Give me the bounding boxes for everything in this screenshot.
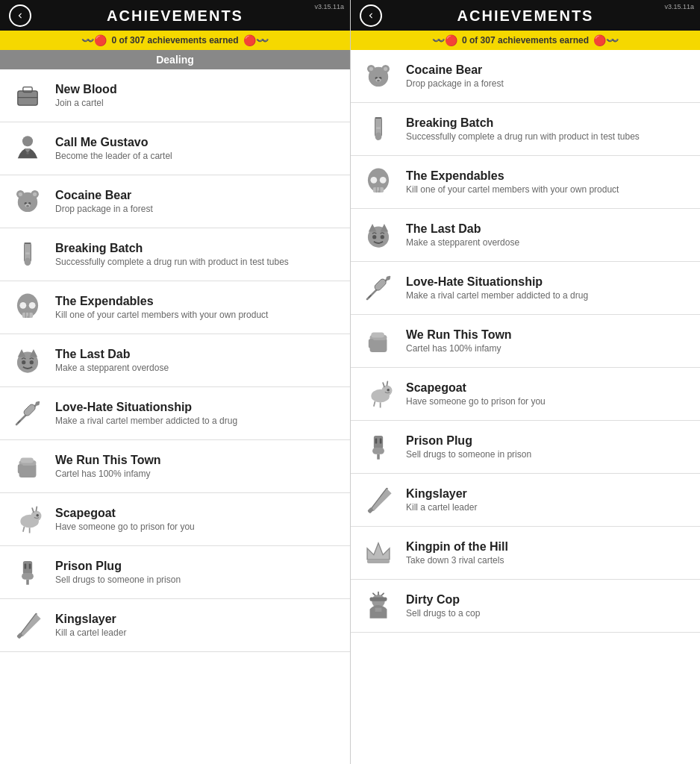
achievement-item-cocaine-bear-r[interactable]: Cocaine Bear Drop package in a forest [351, 50, 700, 103]
achievement-icon-kingslayer [9, 607, 46, 644]
achievement-info-kingslayer-r: Kingslayer Kill a cartel leader [406, 487, 691, 513]
svg-rect-96 [367, 560, 390, 563]
achievement-icon-cocaine-bear [9, 183, 46, 220]
achievement-icon-kingslayer-r [360, 481, 397, 519]
achievement-name-kingslayer-r: Kingslayer [406, 487, 691, 501]
left-banner-left-icon: 〰️🔴 [81, 34, 107, 46]
svg-point-15 [25, 257, 31, 266]
achievement-name-the-expendables-r: The Expendables [406, 169, 691, 183]
achievement-info-dirty-cop: Dirty Cop Sell drugs to a cop [406, 593, 691, 619]
achievement-icon-kingpin-of-the-hill [360, 534, 397, 572]
left-header: v3.15.11a ACHIEVEMENTS [0, 0, 350, 31]
svg-point-40 [36, 514, 39, 517]
left-version: v3.15.11a [314, 3, 344, 10]
achievement-info-breaking-batch-r: Breaking Batch Successfully complete a d… [406, 116, 691, 142]
svg-rect-98 [370, 598, 387, 601]
achievement-name-the-last-dab: The Last Dab [55, 348, 341, 361]
svg-rect-37 [18, 464, 23, 473]
achievement-icon-scapegoat-r [360, 375, 397, 413]
achievement-desc-scapegoat: Have someone go to prison for you [55, 522, 341, 532]
achievement-name-scapegoat-r: Scapegoat [406, 381, 691, 395]
achievement-desc-prison-plug: Sell drugs to someone in prison [55, 574, 341, 585]
achievement-info-the-expendables-r: The Expendables Kill one of your cartel … [406, 169, 691, 195]
right-back-button[interactable] [360, 4, 382, 27]
achievement-name-cocaine-bear-r: Cocaine Bear [406, 63, 691, 77]
achievement-info-the-last-dab: The Last Dab Make a stepparent overdose [55, 348, 341, 373]
achievement-icon-prison-plug [9, 554, 46, 591]
left-title: ACHIEVEMENTS [0, 7, 350, 25]
right-panel: v3.15.11a ACHIEVEMENTS 〰️🔴 0 of 307 achi… [350, 0, 700, 764]
svg-line-32 [18, 421, 21, 424]
svg-point-20 [29, 302, 36, 309]
achievement-item-love-hate-r[interactable]: Love-Hate Situationship Make a rival car… [351, 262, 700, 315]
achievement-info-the-last-dab-r: The Last Dab Make a stepparent overdose [406, 222, 691, 248]
achievement-item-scapegoat-r[interactable]: Scapegoat Have someone go to prison for … [351, 368, 700, 421]
right-achievement-list: Cocaine Bear Drop package in a forest Br… [351, 50, 700, 764]
left-category-label: Dealing [0, 50, 350, 69]
achievement-item-dirty-cop[interactable]: Dirty Cop Sell drugs to a cop [351, 580, 700, 633]
svg-point-58 [377, 80, 380, 82]
achievement-item-we-run-this-town-r[interactable]: We Run This Town Cartel has 100% infamy [351, 315, 700, 368]
achievement-item-breaking-batch-r[interactable]: Breaking Batch Successfully complete a d… [351, 103, 700, 156]
achievement-icon-prison-plug-r [360, 428, 397, 466]
achievement-desc-the-expendables-r: Kill one of your cartel members with you… [406, 184, 691, 195]
svg-rect-82 [369, 339, 374, 348]
svg-line-77 [369, 295, 372, 298]
achievement-item-call-me-gustavo[interactable]: Call Me Gustavo Become the leader of a c… [0, 122, 350, 175]
achievement-icon-love-hate [9, 395, 46, 432]
achievement-item-we-run-this-town[interactable]: We Run This Town Cartel has 100% infamy [0, 440, 350, 493]
achievement-name-breaking-batch: Breaking Batch [55, 242, 341, 255]
achievement-desc-cocaine-bear-r: Drop package in a forest [406, 78, 691, 89]
achievement-name-kingpin-of-the-hill: Kingpin of the Hill [406, 540, 691, 554]
right-title: ACHIEVEMENTS [351, 7, 700, 25]
svg-point-65 [380, 177, 387, 184]
achievement-item-kingslayer-r[interactable]: Kingslayer Kill a cartel leader [351, 474, 700, 527]
achievement-item-the-expendables-r[interactable]: The Expendables Kill one of your cartel … [351, 156, 700, 209]
achievement-name-cocaine-bear: Cocaine Bear [55, 189, 341, 202]
svg-rect-31 [22, 403, 37, 417]
achievement-name-love-hate: Love-Hate Situationship [55, 401, 341, 414]
achievement-info-cocaine-bear-r: Cocaine Bear Drop package in a forest [406, 63, 691, 89]
svg-point-78 [387, 276, 390, 280]
svg-point-29 [30, 360, 34, 364]
svg-line-86 [374, 401, 375, 407]
svg-point-33 [36, 401, 40, 405]
svg-point-9 [33, 192, 37, 196]
achievement-item-new-blood[interactable]: New Blood Join a cartel [0, 69, 350, 122]
left-panel: v3.15.11a ACHIEVEMENTS 〰️🔴 0 of 307 achi… [0, 0, 350, 764]
achievement-name-the-expendables: The Expendables [55, 295, 341, 308]
achievement-icon-we-run-this-town-r [360, 322, 397, 360]
left-banner: 〰️🔴 0 of 307 achievements earned 🔴〰️ [0, 31, 350, 50]
achievement-item-the-expendables[interactable]: The Expendables Kill one of your cartel … [0, 281, 350, 334]
achievement-item-kingpin-of-the-hill[interactable]: Kingpin of the Hill Take down 3 rival ca… [351, 527, 700, 580]
achievement-info-kingslayer: Kingslayer Kill a cartel leader [55, 613, 341, 638]
achievement-item-love-hate[interactable]: Love-Hate Situationship Make a rival car… [0, 387, 350, 440]
left-banner-right-icon: 🔴〰️ [243, 34, 269, 46]
achievement-item-the-last-dab[interactable]: The Last Dab Make a stepparent overdose [0, 334, 350, 387]
achievement-icon-breaking-batch-r [360, 110, 397, 148]
svg-rect-0 [18, 91, 37, 105]
achievement-desc-kingpin-of-the-hill: Take down 3 rival cartels [406, 555, 691, 566]
achievement-name-breaking-batch-r: Breaking Batch [406, 116, 691, 130]
svg-point-53 [369, 67, 373, 71]
achievement-item-cocaine-bear[interactable]: Cocaine Bear Drop package in a forest [0, 175, 350, 228]
achievement-item-prison-plug-r[interactable]: Prison Plug Sell drugs to someone in pri… [351, 421, 700, 474]
achievement-item-kingslayer[interactable]: Kingslayer Kill a cartel leader [0, 599, 350, 652]
achievement-info-new-blood: New Blood Join a cartel [55, 83, 341, 108]
achievement-info-scapegoat-r: Scapegoat Have someone go to prison for … [406, 381, 691, 407]
svg-rect-44 [22, 573, 34, 580]
achievement-item-scapegoat[interactable]: Scapegoat Have someone go to prison for … [0, 493, 350, 546]
achievement-item-breaking-batch[interactable]: Breaking Batch Successfully complete a d… [0, 228, 350, 281]
svg-rect-81 [371, 333, 384, 338]
achievement-name-we-run-this-town-r: We Run This Town [406, 328, 691, 342]
svg-line-41 [23, 527, 25, 532]
achievement-desc-the-expendables: Kill one of your cartel members with you… [55, 310, 341, 320]
left-back-button[interactable] [9, 4, 31, 27]
achievement-icon-we-run-this-town [9, 448, 46, 485]
left-banner-text: 0 of 307 achievements earned [111, 35, 238, 46]
achievement-item-the-last-dab-r[interactable]: The Last Dab Make a stepparent overdose [351, 209, 700, 262]
svg-point-74 [381, 235, 384, 239]
achievement-item-prison-plug[interactable]: Prison Plug Sell drugs to someone in pri… [0, 546, 350, 599]
achievement-icon-cocaine-bear-r [360, 57, 397, 95]
achievement-icon-the-expendables-r [360, 163, 397, 201]
